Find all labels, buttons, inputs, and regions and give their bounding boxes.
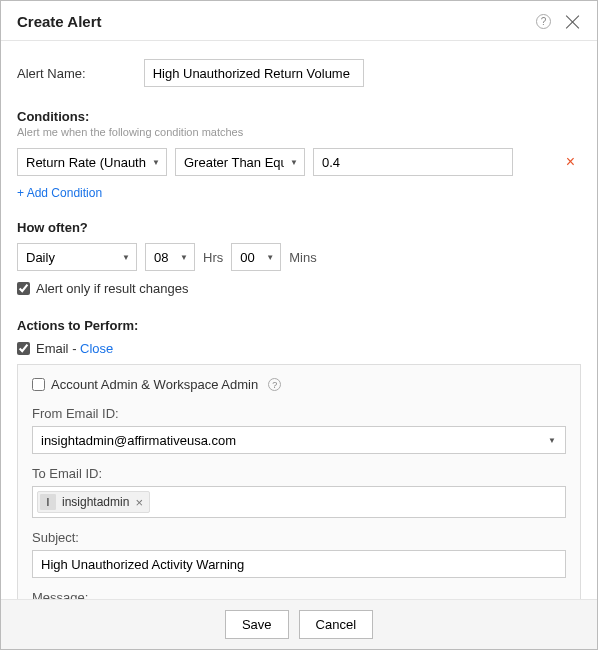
dialog-footer: Save Cancel xyxy=(1,599,597,649)
help-icon[interactable]: ? xyxy=(536,14,551,29)
header-icons: ? xyxy=(536,14,581,30)
operator-select-wrap: Greater Than Equal xyxy=(175,148,305,176)
conditions-subtext: Alert me when the following condition ma… xyxy=(17,126,581,138)
hour-select-wrap: 08 xyxy=(145,243,195,271)
condition-row: Return Rate (Unauthorized) Greater Than … xyxy=(17,148,581,176)
from-email-group: From Email ID: insightadmin@affirmativeu… xyxy=(32,406,566,454)
admin-recipients-row: Account Admin & Workspace Admin ? xyxy=(32,377,566,392)
condition-operator-select[interactable]: Greater Than Equal xyxy=(175,148,305,176)
to-email-label: To Email ID: xyxy=(32,466,566,481)
email-toggle-link[interactable]: Close xyxy=(80,341,113,356)
frequency-hour-select[interactable]: 08 xyxy=(145,243,195,271)
subject-group: Subject: xyxy=(32,530,566,578)
minute-select-wrap: 00 xyxy=(231,243,281,271)
alert-name-input[interactable] xyxy=(144,59,364,87)
message-label: Message: xyxy=(32,590,566,599)
to-email-token-box[interactable]: I insightadmin × xyxy=(32,486,566,518)
frequency-row: Daily 08 Hrs 00 Mins xyxy=(17,243,581,271)
add-condition-link[interactable]: + Add Condition xyxy=(17,186,102,200)
subject-input[interactable] xyxy=(32,550,566,578)
message-group: Message: xyxy=(32,590,566,599)
save-button[interactable]: Save xyxy=(225,610,289,639)
condition-value-input[interactable] xyxy=(313,148,513,176)
dialog-title: Create Alert xyxy=(17,13,101,30)
dialog-body: Alert Name: Conditions: Alert me when th… xyxy=(1,41,597,599)
frequency-interval-select[interactable]: Daily xyxy=(17,243,137,271)
admin-help-icon[interactable]: ? xyxy=(268,378,281,391)
cancel-button[interactable]: Cancel xyxy=(299,610,373,639)
create-alert-dialog: Create Alert ? Alert Name: Conditions: A… xyxy=(0,0,598,650)
close-icon[interactable] xyxy=(565,14,581,30)
minute-unit-label: Mins xyxy=(289,250,316,265)
actions-title: Actions to Perform: xyxy=(17,318,581,333)
recipient-name: insightadmin xyxy=(62,495,129,509)
metric-select-wrap: Return Rate (Unauthorized) xyxy=(17,148,167,176)
from-email-select[interactable]: insightadmin@affirmativeusa.com xyxy=(32,426,566,454)
to-email-group: To Email ID: I insightadmin × xyxy=(32,466,566,518)
only-if-changes-label: Alert only if result changes xyxy=(36,281,188,296)
conditions-title: Conditions: xyxy=(17,109,581,124)
recipient-avatar: I xyxy=(40,494,56,510)
condition-metric-select[interactable]: Return Rate (Unauthorized) xyxy=(17,148,167,176)
email-action-checkbox[interactable] xyxy=(17,342,30,355)
interval-select-wrap: Daily xyxy=(17,243,137,271)
dialog-header: Create Alert ? xyxy=(1,1,597,41)
email-action-row: Email - Close xyxy=(17,341,581,356)
alert-name-row: Alert Name: xyxy=(17,59,581,87)
only-if-changes-checkbox[interactable] xyxy=(17,282,30,295)
subject-label: Subject: xyxy=(32,530,566,545)
alert-name-label: Alert Name: xyxy=(17,66,86,81)
only-if-changes-row: Alert only if result changes xyxy=(17,281,581,296)
remove-recipient-icon[interactable]: × xyxy=(135,495,143,510)
conditions-section: Conditions: Alert me when the following … xyxy=(17,109,581,220)
hour-unit-label: Hrs xyxy=(203,250,223,265)
email-settings-box: Account Admin & Workspace Admin ? From E… xyxy=(17,364,581,599)
from-email-select-wrap: insightadmin@affirmativeusa.com xyxy=(32,426,566,454)
remove-condition-icon[interactable]: × xyxy=(560,153,581,171)
admin-recipients-checkbox[interactable] xyxy=(32,378,45,391)
recipient-token: I insightadmin × xyxy=(37,491,150,513)
actions-section: Actions to Perform: Email - Close Accoun… xyxy=(17,318,581,599)
frequency-minute-select[interactable]: 00 xyxy=(231,243,281,271)
admin-recipients-label: Account Admin & Workspace Admin xyxy=(51,377,258,392)
frequency-title: How often? xyxy=(17,220,581,235)
frequency-section: How often? Daily 08 Hrs 00 xyxy=(17,220,581,296)
email-action-label: Email - Close xyxy=(36,341,113,356)
from-email-label: From Email ID: xyxy=(32,406,566,421)
